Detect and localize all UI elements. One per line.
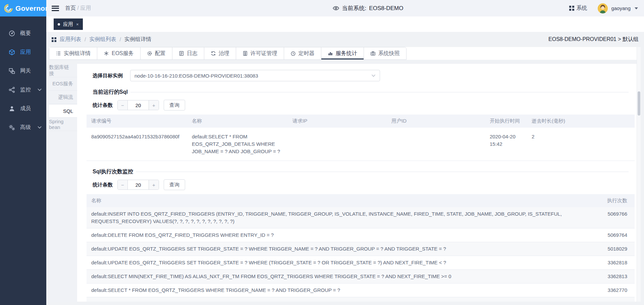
clock-icon xyxy=(290,51,296,56)
active-dot-icon xyxy=(58,23,60,26)
elapsed-cell: 2 xyxy=(527,128,635,161)
license-icon xyxy=(243,51,248,56)
close-icon[interactable]: × xyxy=(76,22,79,27)
stepper-plus-button[interactable]: + xyxy=(149,100,159,110)
member-icon xyxy=(9,105,15,112)
table-row: default:INSERT INTO EOS_QRTZ_FIRED_TRIGG… xyxy=(87,207,635,228)
table-row: default:SELECT TRIGGER_LISTENER FROM EOS… xyxy=(87,297,635,302)
top-bar: Governor 首页 / 应用 当前系统: EOS8-DEMO xyxy=(0,0,644,16)
tab-governance[interactable]: 治理 xyxy=(204,47,236,59)
subnav-spring-bean[interactable]: Spring bean xyxy=(49,118,77,131)
detail-tabs: 实例组详情 EOS服务 配置 xyxy=(49,47,639,60)
table-row: default:SELECT MIN(NEXT_FIRE_TIME) AS AL… xyxy=(87,270,635,284)
avatar[interactable] xyxy=(598,3,608,13)
chevron-down-icon xyxy=(38,88,42,91)
table-row: default:DELETE FROM EOS_QRTZ_FIRED_TRIGG… xyxy=(87,228,635,242)
sidebar-item-label: 应用 xyxy=(20,49,31,56)
username[interactable]: gaoyang xyxy=(611,5,631,11)
sidebar-item-monitor[interactable]: 监控 xyxy=(0,80,46,99)
system-menu[interactable]: 系统 xyxy=(569,5,587,12)
tab-config[interactable]: 配置 xyxy=(141,47,172,59)
sidebar-item-advanced[interactable]: 高级 xyxy=(0,118,46,137)
refresh-arrows-icon xyxy=(211,51,216,56)
tab-service-stats[interactable]: 服务统计 xyxy=(321,47,364,59)
count-stepper: − + xyxy=(117,180,159,190)
current-system-label: 当前系统: xyxy=(342,4,367,12)
breadcrumb-current: 应用 xyxy=(80,5,91,11)
asterisk-icon xyxy=(104,51,109,56)
scrollbar-thumb[interactable] xyxy=(638,91,640,116)
tab-logs[interactable]: 日志 xyxy=(172,47,204,59)
query-button[interactable]: 查询 xyxy=(164,179,185,190)
running-sql-table: 请求编号 名称 请求IP 用户ID 开始执行时间 逝去时长(毫秒) 8a9090… xyxy=(87,115,635,161)
bar-chart-icon xyxy=(328,51,333,56)
stepper-plus-button[interactable]: + xyxy=(149,180,159,189)
app-logo[interactable]: Governor xyxy=(0,0,46,16)
sidebar-item-label: 成员 xyxy=(20,105,31,112)
log-file-icon xyxy=(179,51,184,56)
running-sql-section-title: 当前运行的Sql xyxy=(93,89,629,96)
sidebar-item-members[interactable]: 成员 xyxy=(0,99,46,118)
tab-timer[interactable]: 定时器 xyxy=(284,47,321,59)
main-sidebar: 概要 应用 网关 监控 xyxy=(0,16,46,305)
dashboard-icon xyxy=(9,30,15,37)
table-row: default:SELECT * FROM EOS_QRTZ_TRIGGERS … xyxy=(87,284,635,297)
query-button[interactable]: 查询 xyxy=(164,100,185,111)
chevron-down-icon xyxy=(38,126,42,129)
target-instance-select[interactable]: node-10-16-16-210:EOS8-DEMO-PROVIDER01:3… xyxy=(130,70,380,81)
user-caret-down-icon[interactable] xyxy=(635,7,638,9)
monitor-nodes-icon xyxy=(9,87,15,93)
breadcrumb-instance-group-detail: 实例组详情 xyxy=(124,36,151,43)
request-ip-cell xyxy=(288,128,387,161)
sidebar-item-label: 概要 xyxy=(20,30,31,37)
sidebar-item-label: 监控 xyxy=(20,86,31,93)
table-header: 请求编号 名称 请求IP 用户ID 开始执行时间 逝去时长(毫秒) xyxy=(87,115,635,128)
sidebar-item-gateway[interactable]: 网关 xyxy=(0,61,46,80)
table-row: default:UPDATE EOS_QRTZ_TRIGGERS SET TRI… xyxy=(87,242,635,256)
breadcrumb-home[interactable]: 首页 xyxy=(65,5,76,11)
tab-license[interactable]: 许可证管理 xyxy=(236,47,284,59)
stepper-minus-button[interactable]: − xyxy=(118,180,128,189)
gear-icon xyxy=(147,51,152,56)
sidebar-item-application[interactable]: 应用 xyxy=(0,43,46,61)
system-menu-label: 系统 xyxy=(576,5,587,12)
breadcrumb-instance-group-list[interactable]: 实例组列表 xyxy=(89,36,116,43)
user-id-cell xyxy=(387,128,485,161)
vertical-scrollbar[interactable] xyxy=(637,47,641,302)
stepper-minus-button[interactable]: − xyxy=(118,100,128,110)
logo-text: Governor xyxy=(15,4,48,12)
sidebar-item-overview[interactable]: 概要 xyxy=(0,24,46,43)
top-breadcrumb: 首页 / 应用 xyxy=(65,5,91,12)
app-cube-icon xyxy=(9,49,15,55)
stats-subnav: 数据库链接 EOS服务 逻辑流 SQL Spring bean xyxy=(49,64,77,302)
sql-count-table: 名称 执行次数 default:INSERT INTO EOS_QRTZ_FIR… xyxy=(87,194,635,302)
open-tabs-strip: 应用 × xyxy=(46,16,644,32)
count-stepper: − + xyxy=(117,100,159,110)
tab-eos-service[interactable]: EOS服务 xyxy=(97,47,141,59)
logo-swirl-icon xyxy=(4,4,13,13)
count-label: 统计条数 xyxy=(93,102,113,108)
table-row: default:UPDATE EOS_QRTZ_TRIGGERS SET TRI… xyxy=(87,256,635,270)
eye-icon xyxy=(333,6,339,11)
tab-instance-group-detail[interactable]: 实例组详情 xyxy=(49,47,97,59)
advanced-gears-icon xyxy=(9,124,15,131)
menu-collapse-icon[interactable] xyxy=(52,6,59,11)
subnav-eos-service[interactable]: EOS服务 xyxy=(49,77,77,91)
sidebar-item-label: 网关 xyxy=(20,68,31,75)
tab-chip-label: 应用 xyxy=(63,21,73,28)
count-input[interactable] xyxy=(128,180,149,189)
tab-chip-application[interactable]: 应用 × xyxy=(54,18,83,30)
current-system-indicator: 当前系统: EOS8-DEMO xyxy=(333,4,404,12)
subnav-logic-flow[interactable]: 逻辑流 xyxy=(49,91,77,104)
grid-icon xyxy=(569,6,574,11)
list-icon xyxy=(56,51,61,56)
service-stats-panel: 数据库链接 EOS服务 逻辑流 SQL Spring bean 选择目标实例 n… xyxy=(49,64,639,302)
page-breadcrumb-bar: 应用列表 / 实例组列表 / 实例组详情 EOS8-DEMO-PROVIDER0… xyxy=(46,32,644,47)
breadcrumb-app-list[interactable]: 应用列表 xyxy=(60,36,81,43)
tab-system-snapshot[interactable]: 系统快照 xyxy=(364,47,406,59)
subnav-sql[interactable]: SQL xyxy=(49,104,77,118)
subnav-db-connections[interactable]: 数据库链接 xyxy=(49,64,77,77)
table-row: 8a9090527152aa4a0171532b3786080f default… xyxy=(87,128,635,161)
count-input[interactable] xyxy=(128,100,149,110)
sql-name-cell: default:SELECT * FROM EOS_QRTZ_JOB_DETAI… xyxy=(187,128,288,161)
